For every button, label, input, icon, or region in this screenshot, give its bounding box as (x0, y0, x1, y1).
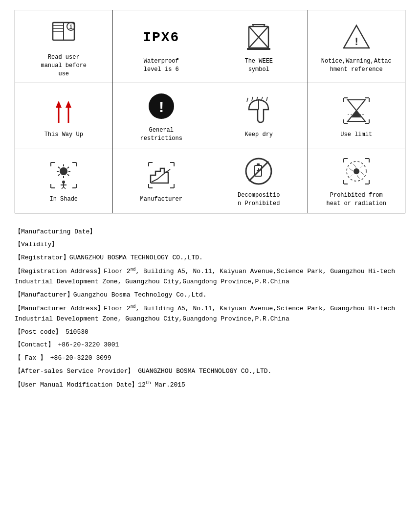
svg-line-23 (247, 98, 248, 102)
svg-line-34 (58, 167, 60, 168)
contact-key: 【Contact】 (15, 341, 54, 348)
cell-general: ! General restrictions (112, 83, 210, 148)
manufacturing-date-key: 【Manufacturing Date】 (15, 228, 96, 235)
user-manual-key: 【User Manual Modification Date】 (15, 381, 138, 389)
manufacturer-address-line: 【Manufacturer Address】Floor 2nd, Buildin… (15, 303, 405, 324)
after-sales-val: GUANGZHOU BOSMA TECHNOLOGY CO.,LTD. (134, 367, 271, 375)
svg-marker-19 (66, 101, 71, 108)
read-manual-icon: i (19, 16, 109, 50)
this-way-up-label: This Way Up (19, 131, 109, 139)
weee-icon (214, 20, 304, 54)
cell-this-way-up: This Way Up (15, 83, 113, 148)
registrator-key: 【Registrator】 (15, 254, 69, 261)
manufacturer-address-key: 【Manufacturer Address】 (15, 305, 104, 312)
svg-point-29 (60, 167, 67, 175)
prohibited-heat-label: Prohibited from heat or radiation (312, 191, 401, 208)
read-manual-label: Read user manual before use (19, 53, 109, 78)
general-label: General restrictions (117, 126, 206, 143)
manufacturing-date-line: 【Manufacturing Date】 (15, 227, 405, 237)
validity-line: 【Validity】 (15, 240, 405, 250)
cell-notice: ! Notice,Warning,Attac hment reference (308, 10, 405, 83)
manufacturer-icon (117, 158, 206, 192)
weee-label: The WEEE symbol (214, 57, 304, 74)
cell-prohibited-heat: Prohibited from heat or radiation (308, 148, 405, 213)
general-icon: ! (117, 89, 206, 123)
decomposition-label: Decompositio n Prohibited (214, 191, 304, 208)
svg-line-35 (67, 174, 69, 176)
manufacturer-val: Guangzhou Bosma Technology Co.,Ltd. (73, 291, 207, 298)
contact-val: +86-20-3220 3001 (54, 341, 119, 348)
notice-label: Notice,Warning,Attac hment reference (312, 57, 401, 74)
post-code-line: 【Post code】 510530 (15, 327, 405, 338)
in-shade-label: In Shade (19, 195, 109, 204)
user-manual-val: 12th Mar.2015 (138, 381, 185, 389)
registrator-line: 【Registrator】GUANGZHOU BOSMA TECHNOLOGY … (15, 253, 405, 263)
validity-key: 【Validity】 (15, 241, 58, 248)
use-limit-icon (312, 93, 401, 128)
cell-read-manual: i Read user manual before use (15, 10, 113, 83)
svg-line-24 (252, 97, 253, 101)
cell-in-shade: In Shade (15, 148, 113, 213)
svg-text:i: i (69, 24, 73, 31)
svg-line-37 (58, 174, 60, 176)
cell-decomposition: Decompositio n Prohibited (210, 148, 308, 213)
registration-address-key: 【Registration Address】 (15, 268, 104, 275)
manufacturer-label: Manufacturer (117, 195, 206, 204)
decomposition-icon (214, 154, 304, 188)
svg-marker-17 (56, 101, 62, 108)
svg-line-27 (266, 97, 267, 101)
svg-rect-13 (247, 48, 270, 50)
svg-text:!: ! (156, 99, 166, 117)
cell-weee: The WEEE symbol (210, 10, 308, 83)
svg-line-41 (62, 187, 64, 189)
svg-line-36 (67, 167, 69, 168)
keep-dry-label: Keep dry (214, 131, 304, 139)
prohibited-heat-icon (312, 154, 401, 188)
notice-icon: ! (312, 20, 401, 54)
cell-keep-dry: Keep dry (210, 83, 308, 148)
post-code-key: 【Post code】 (15, 328, 62, 336)
ipx6-label: Waterproof level is 6 (117, 57, 206, 74)
svg-line-26 (262, 97, 263, 100)
svg-line-42 (64, 187, 66, 189)
fax-line: 【 Fax 】 +86-20-3220 3099 (15, 353, 405, 364)
cell-use-limit: Use limit (308, 83, 405, 148)
after-sales-line: 【After-sales Service Provider】 GUANGZHOU… (15, 367, 405, 377)
post-code-val: 510530 (62, 328, 88, 336)
contact-line: 【Contact】 +86-20-3220 3001 (15, 340, 405, 350)
this-way-up-icon (19, 93, 109, 128)
manufacturer-key: 【Manufacturer】 (15, 291, 73, 298)
svg-point-38 (62, 181, 65, 184)
in-shade-icon (19, 158, 109, 192)
registrator-val: GUANGZHOU BOSMA TECHNOLOGY CO.,LTD. (69, 254, 203, 261)
svg-rect-46 (257, 163, 260, 166)
keep-dry-icon (214, 93, 304, 128)
svg-text:!: ! (353, 36, 359, 48)
user-manual-line: 【User Manual Modification Date】12th Mar.… (15, 380, 405, 390)
info-section: 【Manufacturing Date】 【Validity】 【Registr… (15, 227, 405, 390)
use-limit-label: Use limit (312, 131, 401, 139)
cell-manufacturer: Manufacturer (112, 148, 210, 213)
ipx6-icon: IPX6 (117, 20, 206, 54)
fax-val: +86-20-3220 3099 (46, 354, 111, 362)
manufacturer-line: 【Manufacturer】Guangzhou Bosma Technology… (15, 290, 405, 300)
after-sales-key: 【After-sales Service Provider】 (15, 367, 134, 375)
cell-ipx6: IPX6 Waterproof level is 6 (112, 10, 210, 83)
svg-point-49 (354, 168, 359, 174)
ipx6-text: IPX6 (143, 30, 179, 45)
registration-address-line: 【Registration Address】Floor 2nd, Buildin… (15, 266, 405, 287)
symbol-table: i Read user manual before use IPX6 Water… (15, 10, 405, 213)
fax-key: 【 Fax 】 (15, 354, 46, 362)
